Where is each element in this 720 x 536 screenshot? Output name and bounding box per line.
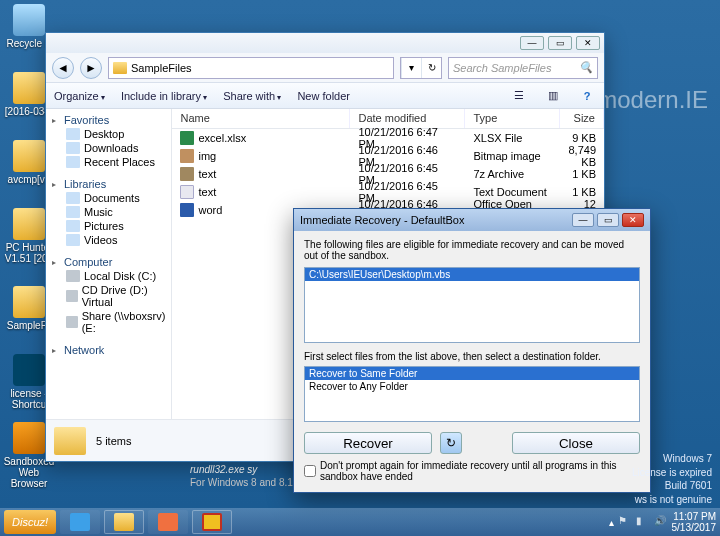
search-icon: 🔍: [579, 61, 593, 74]
file-name: word: [198, 204, 222, 216]
file-name: text: [198, 168, 216, 180]
maximize-button[interactable]: ▭: [597, 213, 619, 227]
media-icon: [158, 513, 178, 531]
flag-icon[interactable]: ⚑: [618, 515, 632, 529]
explorer-titlebar[interactable]: — ▭ ✕: [46, 33, 604, 53]
volume-icon[interactable]: 🔊: [654, 515, 668, 529]
share-with-menu[interactable]: Share with: [223, 90, 281, 102]
show-hidden-icon[interactable]: ▴: [609, 517, 614, 528]
col-size[interactable]: Size: [560, 109, 604, 128]
dialog-title: Immediate Recovery - DefaultBox: [300, 214, 464, 226]
address-path: SampleFiles: [131, 62, 192, 74]
file-name: excel.xlsx: [198, 132, 246, 144]
preview-pane-button[interactable]: ▥: [544, 87, 562, 105]
help-button[interactable]: ?: [578, 87, 596, 105]
minimize-button[interactable]: —: [572, 213, 594, 227]
recover-button[interactable]: Recover: [304, 432, 432, 454]
file-size: 9 KB: [560, 132, 604, 144]
dialog-titlebar[interactable]: Immediate Recovery - DefaultBox — ▭ ✕: [294, 209, 650, 231]
file-icon: [180, 131, 194, 145]
nav-item-desktop[interactable]: Desktop: [48, 127, 169, 141]
new-folder-button[interactable]: New folder: [297, 90, 350, 102]
refresh-button[interactable]: ↻: [440, 432, 462, 454]
nav-item-music[interactable]: Music: [48, 205, 169, 219]
clock[interactable]: 11:07 PM 5/13/2017: [672, 511, 717, 533]
file-name: img: [198, 150, 216, 162]
nav-libraries[interactable]: Libraries: [48, 177, 169, 191]
view-options-button[interactable]: ☰: [510, 87, 528, 105]
file-icon: [180, 203, 194, 217]
folder-icon: [113, 62, 127, 74]
folder-icon: [13, 286, 45, 318]
file-icon: [180, 167, 194, 181]
folder-icon: [13, 72, 45, 104]
file-size: 8,749 KB: [560, 144, 604, 168]
taskbar: Discuz! ▴ ⚑ ▮ 🔊 11:07 PM 5/13/2017: [0, 508, 720, 536]
forward-button[interactable]: ►: [80, 57, 102, 79]
include-library-menu[interactable]: Include in library: [121, 90, 207, 102]
ie-icon: [70, 513, 90, 531]
nav-item-share[interactable]: Share (\\vboxsrv) (E:: [48, 309, 169, 335]
file-icon: [180, 185, 194, 199]
close-button[interactable]: ✕: [622, 213, 644, 227]
minimize-button[interactable]: —: [520, 36, 544, 50]
item-count: 5 items: [96, 435, 131, 447]
close-button[interactable]: ✕: [576, 36, 600, 50]
col-type[interactable]: Type: [465, 109, 560, 128]
sandboxie-icon: [202, 513, 222, 531]
system-tray[interactable]: ▴ ⚑ ▮ 🔊 11:07 PM 5/13/2017: [609, 511, 717, 533]
activation-watermark: Windows 7 License is expired Build 7601 …: [632, 452, 712, 506]
taskbar-explorer[interactable]: [104, 510, 144, 534]
file-icon: [180, 149, 194, 163]
taskbar-item-discuz[interactable]: Discuz!: [4, 510, 56, 534]
immediate-recovery-dialog: Immediate Recovery - DefaultBox — ▭ ✕ Th…: [293, 208, 651, 493]
nav-item-local-disk[interactable]: Local Disk (C:): [48, 269, 169, 283]
recycle-icon: [13, 4, 45, 36]
taskbar-sandboxie[interactable]: [192, 510, 232, 534]
col-name[interactable]: Name: [172, 109, 350, 128]
folder-icon: [13, 208, 45, 240]
navigation-pane: Favorites Desktop Downloads Recent Place…: [46, 109, 172, 419]
nav-item-pictures[interactable]: Pictures: [48, 219, 169, 233]
nav-item-documents[interactable]: Documents: [48, 191, 169, 205]
nav-favorites[interactable]: Favorites: [48, 113, 169, 127]
destination-item[interactable]: Recover to Any Folder: [305, 380, 639, 393]
nav-item-recent[interactable]: Recent Places: [48, 155, 169, 169]
shortcut-icon: [13, 354, 45, 386]
network-icon[interactable]: ▮: [636, 515, 650, 529]
maximize-button[interactable]: ▭: [548, 36, 572, 50]
nav-item-downloads[interactable]: Downloads: [48, 141, 169, 155]
address-dropdown[interactable]: ▾: [401, 58, 421, 78]
dont-prompt-checkbox[interactable]: Don't prompt again for immediate recover…: [304, 460, 640, 482]
file-name: text: [198, 186, 216, 198]
destination-list[interactable]: Recover to Same Folder Recover to Any Fo…: [304, 366, 640, 422]
dialog-message: The following files are eligible for imm…: [304, 239, 640, 261]
nav-item-videos[interactable]: Videos: [48, 233, 169, 247]
destination-item[interactable]: Recover to Same Folder: [305, 367, 639, 380]
folder-icon: [54, 427, 86, 455]
address-bar[interactable]: SampleFiles: [108, 57, 394, 79]
file-size: 1 KB: [560, 168, 604, 180]
dialog-instruction: First select files from the list above, …: [304, 351, 640, 362]
nav-network[interactable]: Network: [48, 343, 169, 357]
file-list[interactable]: C:\Users\IEUser\Desktop\m.vbs: [304, 267, 640, 343]
close-button[interactable]: Close: [512, 432, 640, 454]
file-type: Text Document: [465, 186, 560, 198]
back-button[interactable]: ◄: [52, 57, 74, 79]
file-size: 1 KB: [560, 186, 604, 198]
folder-icon: [13, 140, 45, 172]
orange-icon: [13, 422, 45, 454]
nav-item-cd-drive[interactable]: CD Drive (D:) Virtual: [48, 283, 169, 309]
taskbar-mediaplayer[interactable]: [148, 510, 188, 534]
file-type: XLSX File: [465, 132, 560, 144]
file-type: Bitmap image: [465, 150, 560, 162]
nav-computer[interactable]: Computer: [48, 255, 169, 269]
search-box[interactable]: Search SampleFiles 🔍: [448, 57, 598, 79]
refresh-button[interactable]: ↻: [421, 58, 441, 78]
file-list-item[interactable]: C:\Users\IEUser\Desktop\m.vbs: [305, 268, 639, 281]
taskbar-ie[interactable]: [60, 510, 100, 534]
folder-icon: [114, 513, 134, 531]
file-type: 7z Archive: [465, 168, 560, 180]
organize-menu[interactable]: Organize: [54, 90, 105, 102]
